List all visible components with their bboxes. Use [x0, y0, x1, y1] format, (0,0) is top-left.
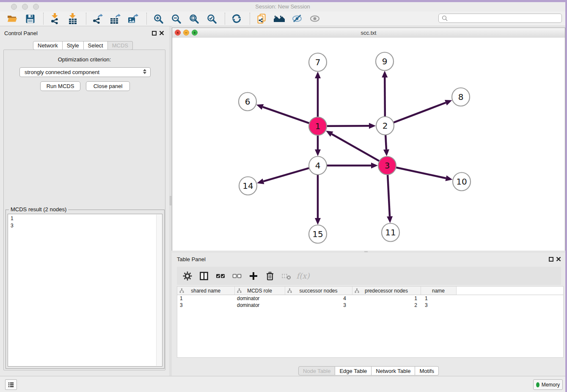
zoom-selected-button[interactable] [205, 12, 218, 25]
graph-node[interactable]: 8 [452, 88, 470, 106]
graph-node[interactable]: 7 [309, 53, 327, 72]
select-all-columns-icon [216, 271, 225, 281]
table-cell[interactable]: 2 [352, 302, 421, 309]
column-header-name[interactable]: name [421, 287, 456, 295]
table-cell[interactable]: 1 [177, 295, 234, 302]
run-mcds-button[interactable]: Run MCDS [40, 81, 80, 91]
mcds-result-list[interactable]: 13 [8, 214, 162, 367]
tab-style[interactable]: Style [63, 41, 84, 50]
graph-node[interactable]: 10 [453, 173, 471, 191]
close-panel-button[interactable]: Close panel [86, 81, 130, 91]
save-session-button[interactable] [24, 12, 36, 25]
table-cell[interactable]: 1 [352, 295, 421, 302]
column-header-predecessor-nodes[interactable]: predecessor nodes [352, 287, 421, 295]
graph-edge[interactable] [315, 135, 321, 156]
graph-node-label: 4 [315, 160, 321, 171]
tab-motifs[interactable]: Motifs [415, 366, 439, 375]
show-graphics-button[interactable] [308, 12, 321, 25]
unselect-all-columns-button[interactable] [231, 271, 242, 282]
graph-node[interactable]: 3 [378, 157, 396, 175]
table-cell[interactable]: 4 [285, 295, 352, 302]
export-table-icon [110, 13, 121, 24]
export-table-button[interactable] [109, 12, 122, 25]
table-row[interactable]: 1dominator411 [177, 295, 563, 302]
refresh-button[interactable] [230, 12, 243, 25]
result-scrollbar[interactable] [156, 215, 162, 366]
close-panel-icon[interactable] [159, 30, 165, 36]
graph-node[interactable]: 11 [382, 224, 399, 242]
export-image-button[interactable] [127, 12, 140, 25]
graph-edge[interactable] [257, 168, 309, 184]
graph-edge[interactable] [394, 100, 452, 123]
function-builder-button[interactable]: f(x) [297, 271, 308, 282]
table-mode-button[interactable] [182, 271, 193, 282]
table-close-icon[interactable] [556, 257, 561, 262]
float-panel-icon[interactable] [152, 31, 157, 36]
graph-edge[interactable] [326, 131, 380, 161]
table-cell[interactable]: 3 [177, 302, 234, 309]
table-cell[interactable]: dominator [234, 302, 285, 309]
table-float-icon[interactable] [549, 257, 553, 262]
tab-mcds[interactable]: MCDS [108, 41, 133, 50]
table-cell[interactable]: 3 [285, 302, 352, 309]
network-window-title: scc.txt [172, 30, 565, 36]
clone-network-button[interactable] [255, 12, 268, 25]
network-canvas[interactable]: 7968124314101511 [172, 38, 565, 251]
export-network-button[interactable] [91, 12, 104, 25]
zoom-fit-button[interactable] [187, 12, 200, 25]
add-column-button[interactable] [248, 271, 259, 282]
tab-edge-table[interactable]: Edge Table [335, 366, 372, 375]
sort-tree-icon [355, 288, 359, 294]
control-panel-header: Control Panel [0, 26, 169, 41]
column-header-successor-nodes[interactable]: successor nodes [285, 287, 352, 295]
result-line: 1 [8, 214, 162, 222]
home-views-button[interactable] [273, 12, 286, 25]
graph-edge[interactable] [387, 174, 393, 223]
criterion-dropdown[interactable]: strongly connected component [19, 67, 151, 77]
graph-edge[interactable] [315, 174, 321, 225]
graph-edge[interactable] [383, 135, 389, 156]
memory-button[interactable]: Memory [533, 379, 563, 390]
select-all-columns-button[interactable] [215, 271, 226, 282]
tab-network[interactable]: Network [33, 41, 63, 50]
column-header-shared-name[interactable]: shared name [177, 287, 234, 295]
show-columns-button[interactable] [198, 271, 209, 282]
graph-node[interactable]: 15 [309, 225, 327, 243]
search-icon [442, 15, 448, 21]
zoom-in-button[interactable] [152, 12, 165, 25]
tab-network-table[interactable]: Network Table [372, 366, 415, 375]
graph-edge[interactable] [315, 72, 321, 117]
graph-node[interactable]: 2 [376, 117, 394, 135]
open-session-button[interactable] [6, 12, 19, 25]
table-cell[interactable]: 3 [421, 302, 456, 309]
graph-node[interactable]: 4 [309, 157, 327, 175]
delete-table-button[interactable] [281, 271, 292, 282]
table-cell[interactable]: dominator [234, 295, 285, 302]
import-table-button[interactable] [66, 12, 79, 25]
graph-node[interactable]: 9 [376, 52, 394, 71]
tab-select[interactable]: Select [84, 41, 108, 50]
column-header-mcds-role[interactable]: MCDS role [234, 287, 285, 295]
import-network-button[interactable] [49, 12, 61, 25]
search-box[interactable] [438, 14, 562, 23]
graph-edge[interactable] [256, 104, 309, 123]
network-window-titlebar[interactable]: × − + scc.txt [172, 28, 565, 38]
tab-node-table[interactable]: Node Table [298, 366, 336, 375]
graph-edge[interactable] [327, 123, 376, 129]
delete-columns-button[interactable] [264, 271, 275, 282]
table-row[interactable]: 3dominator323 [177, 302, 563, 309]
graph-edge[interactable] [382, 71, 388, 117]
graph-node-label: 1 [315, 121, 321, 131]
task-history-button[interactable] [5, 379, 17, 390]
table-cell[interactable]: 1 [421, 295, 456, 302]
network-graph[interactable]: 7968124314101511 [172, 38, 565, 251]
graph-node-label: 11 [385, 227, 396, 237]
graph-edge[interactable] [396, 167, 453, 181]
hide-graphics-button[interactable] [291, 12, 303, 25]
zoom-out-button[interactable] [170, 12, 182, 25]
graph-edge[interactable] [327, 163, 378, 168]
search-input[interactable] [449, 14, 561, 22]
graph-node[interactable]: 1 [309, 117, 327, 135]
graph-node[interactable]: 6 [239, 93, 256, 111]
graph-node[interactable]: 14 [239, 177, 257, 195]
